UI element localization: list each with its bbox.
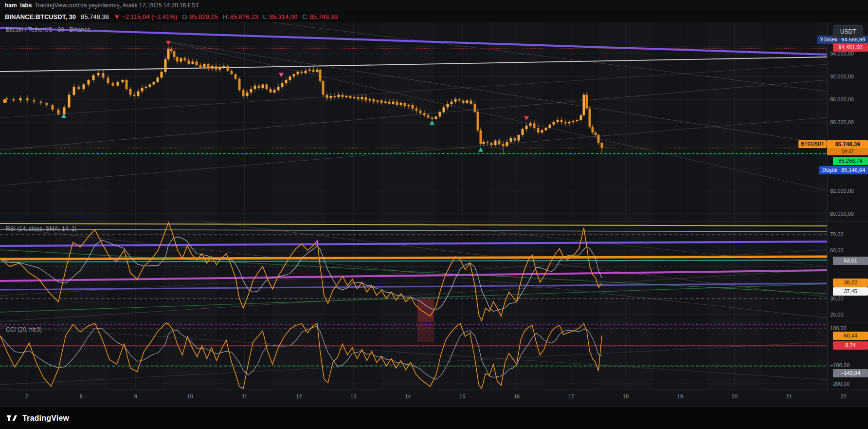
current-price-value: 85.748,39 — [827, 140, 868, 148]
publish-info-bar: ham_labs TradingView.com'da yayınlanmış,… — [0, 0, 868, 11]
rsi-pane[interactable] — [0, 222, 827, 322]
axis-tick: −200,00 — [830, 380, 850, 388]
axis-tick: 30,00 — [830, 295, 844, 302]
axis-tick: 92.000,00 — [830, 73, 854, 80]
level-price-label: 94.451,50 — [833, 43, 868, 52]
axis-tick: 82.000,00 — [830, 187, 854, 195]
time-tick: 16 — [514, 393, 520, 399]
low-value: L:85.314,00 — [263, 13, 298, 20]
time-tick: 18 — [623, 393, 629, 399]
time-tick: 10 — [187, 393, 193, 399]
axis-tick: 100,00 — [830, 324, 847, 332]
chart-area: Bitcoin / TetherUS · 30 · Binance RSI (1… — [0, 22, 868, 407]
time-tick: 14 — [405, 393, 411, 399]
time-tick: 20 — [732, 393, 738, 399]
time-tick: 7 — [25, 393, 28, 399]
brand-wordmark[interactable]: TradingView — [22, 414, 69, 423]
publish-timestamp: TradingView.com'da yayınlanmış, Aralık 1… — [35, 2, 199, 9]
green-level-label: 85.258,74 — [833, 157, 868, 165]
open-value: O:85.829,25 — [182, 13, 218, 20]
chart-legend-title[interactable]: Bitcoin / TetherUS · 30 · Binance — [6, 26, 90, 33]
time-tick: 15 — [459, 393, 465, 399]
axis-tick: 88.000,00 — [830, 118, 854, 126]
time-tick: 19 — [677, 393, 683, 399]
pane-separator[interactable] — [0, 322, 868, 322]
cci-red-value-label: 8,74 — [833, 341, 868, 350]
high-value: H:85.876,23 — [223, 13, 258, 20]
rsi-legend-title[interactable]: RSI (14, close, SMA, 14, 2) — [6, 225, 76, 232]
symbol-info-bar: BINANCE:BTCUSDT, 30 85.748,38 ▼ −2.115,0… — [0, 11, 868, 23]
time-tick: 21 — [786, 393, 792, 399]
axis-tick: 60,00 — [830, 246, 844, 254]
time-tick: 12 — [296, 393, 302, 399]
price-change: ▼ −2.115,04 (−2.41%) — [114, 13, 177, 20]
last-price-value: 85.748,38 — [81, 13, 109, 20]
tradingview-logo[interactable] — [7, 414, 18, 422]
cci-pane[interactable] — [0, 322, 827, 390]
rsi-ma-value-label: 37,45 — [833, 287, 868, 296]
current-price-label: BTCUSDT 85.748,39 09:47 — [798, 140, 868, 155]
symbol-title[interactable]: BINANCE:BTCUSDT, 30 — [5, 13, 76, 20]
axis-tick: −100,00 — [830, 361, 850, 369]
cci-ma-value-label: −143,04 — [833, 369, 868, 377]
axis-tick: 20,00 — [830, 311, 844, 318]
cci-value-label: 60,44 — [833, 332, 868, 340]
rsi-value-label: 39,22 — [833, 279, 868, 287]
cci-legend-title[interactable]: CCI (20, hlc3) — [6, 326, 42, 333]
footer-bar: TradingView — [0, 407, 868, 429]
rsi-level-value-label: 53,51 — [833, 257, 868, 265]
time-tick: 13 — [350, 393, 356, 399]
currency-toggle-button[interactable]: USDT — [833, 25, 863, 38]
time-tick: 22 — [840, 393, 846, 399]
bar-countdown: 09:47 — [827, 148, 868, 155]
time-tick: 17 — [568, 393, 574, 399]
price-scale[interactable]: Yüksek94.588,99 94.451,50 BTCUSDT 85.748… — [827, 22, 868, 390]
axis-tick: 80.000,00 — [830, 210, 854, 218]
symbol-tag: BTCUSDT — [798, 140, 827, 148]
low-price-label: Düşük85.146,64 — [819, 166, 868, 174]
pane-separator[interactable] — [0, 221, 868, 222]
axis-tick: 70,00 — [830, 230, 844, 238]
publisher-username[interactable]: ham_labs — [5, 2, 32, 9]
time-tick: 8 — [80, 393, 83, 399]
price-pane[interactable] — [0, 22, 827, 222]
close-value: C:85.748,39 — [302, 13, 338, 20]
axis-tick: 90.000,00 — [830, 95, 854, 103]
tradingview-published-chart-page: ham_labs TradingView.com'da yayınlanmış,… — [0, 0, 868, 429]
time-scale[interactable]: 78910111213141516171819202122 — [0, 390, 868, 407]
time-tick: 9 — [134, 393, 137, 399]
time-tick: 11 — [242, 393, 247, 399]
